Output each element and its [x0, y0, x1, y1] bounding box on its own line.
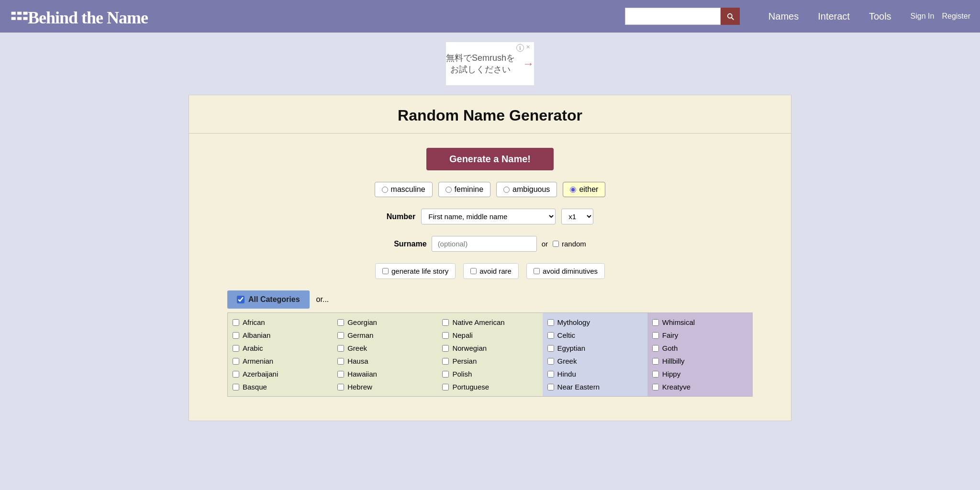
gender-masculine-label: masculine: [391, 185, 425, 194]
cat-near-eastern[interactable]: Near Eastern: [547, 380, 643, 393]
avoid-rare-label: avoid rare: [479, 267, 512, 275]
cat-german[interactable]: German: [337, 329, 433, 342]
avoid-rare-option[interactable]: avoid rare: [463, 263, 519, 279]
life-story-option[interactable]: generate life story: [375, 263, 456, 279]
cat-portuguese[interactable]: Portuguese: [442, 380, 537, 393]
or-text: or...: [316, 295, 329, 304]
gender-feminine[interactable]: feminine: [438, 182, 490, 197]
avoid-diminutives-checkbox[interactable]: [534, 268, 540, 274]
cat-norwegian[interactable]: Norwegian: [442, 342, 537, 355]
page-title: Random Name Generator: [189, 107, 791, 124]
cat-hebrew[interactable]: Hebrew: [337, 380, 433, 393]
cat-polish[interactable]: Polish: [442, 368, 537, 380]
avoid-diminutives-label: avoid diminutives: [543, 267, 598, 275]
generator-form: Generate a Name! masculine feminine ambi…: [189, 134, 791, 411]
surname-or-text: or: [542, 240, 548, 248]
gender-either-label: either: [579, 185, 598, 194]
name-format-select[interactable]: First name, middle name First name only …: [421, 209, 556, 224]
cat-albanian[interactable]: Albanian: [233, 329, 328, 342]
site-header: 𝌅Behind the Name Names Interact Tools Si…: [0, 0, 980, 33]
cat-goth[interactable]: Goth: [652, 342, 747, 355]
cat-greek-myth[interactable]: Greek: [547, 355, 643, 368]
gender-feminine-label: feminine: [455, 185, 483, 194]
categories-section: All Categories or... African Albanian Ar…: [208, 290, 772, 397]
generate-button[interactable]: Generate a Name!: [426, 148, 554, 170]
gender-either-radio[interactable]: [570, 187, 576, 193]
categories-grid: African Albanian Arabic Armenian Azerbai…: [227, 312, 753, 397]
cat-whimsical[interactable]: Whimsical: [652, 316, 747, 329]
search-button[interactable]: [721, 8, 740, 25]
all-categories-label: All Categories: [248, 295, 300, 304]
page-title-bar: Random Name Generator: [189, 95, 791, 134]
cat-fairy[interactable]: Fairy: [652, 329, 747, 342]
cat-native-american[interactable]: Native American: [442, 316, 537, 329]
gender-masculine[interactable]: masculine: [375, 182, 433, 197]
ad-text-line2: お試しください: [446, 64, 515, 75]
main-nav: Names Interact Tools: [768, 11, 891, 22]
ad-arrow-icon: →: [523, 57, 534, 70]
nav-tools[interactable]: Tools: [869, 11, 891, 22]
life-story-label: generate life story: [391, 267, 448, 275]
cat-mythology[interactable]: Mythology: [547, 316, 643, 329]
cat-azerbaijani[interactable]: Azerbaijani: [233, 368, 328, 380]
count-select[interactable]: x1 x2 x3 x5 x10: [561, 209, 593, 224]
category-col-3: Native American Nepali Norwegian Persian…: [437, 313, 542, 396]
all-categories-checkbox[interactable]: [237, 296, 245, 303]
cat-egyptian[interactable]: Egyptian: [547, 342, 643, 355]
gender-ambiguous-label: ambiguous: [512, 185, 550, 194]
surname-label: Surname: [394, 240, 426, 248]
cat-hausa[interactable]: Hausa: [337, 355, 433, 368]
number-label: Number: [387, 212, 415, 221]
gender-either[interactable]: either: [563, 182, 605, 197]
cat-hillbilly[interactable]: Hillbilly: [652, 355, 747, 368]
nav-names[interactable]: Names: [768, 11, 799, 22]
cat-kreatyve[interactable]: Kreatyve: [652, 380, 747, 393]
cat-hippy[interactable]: Hippy: [652, 368, 747, 380]
cat-arabic[interactable]: Arabic: [233, 342, 328, 355]
search-input[interactable]: [625, 8, 721, 25]
all-categories-button[interactable]: All Categories: [227, 290, 310, 309]
surname-input[interactable]: [432, 236, 537, 252]
cat-african[interactable]: African: [233, 316, 328, 329]
surname-random-option[interactable]: random: [553, 240, 586, 248]
surname-random-checkbox[interactable]: [553, 241, 559, 247]
cat-georgian[interactable]: Georgian: [337, 316, 433, 329]
all-categories-row: All Categories or...: [227, 290, 753, 309]
main-container: Random Name Generator Generate a Name! m…: [189, 95, 791, 421]
gender-masculine-radio[interactable]: [382, 187, 388, 193]
category-col-2: Georgian German Greek Hausa Hawaiian Heb…: [333, 313, 437, 396]
gender-row: masculine feminine ambiguous either: [375, 182, 606, 197]
category-col-1: African Albanian Arabic Armenian Azerbai…: [228, 313, 333, 396]
gender-feminine-radio[interactable]: [445, 187, 452, 193]
cat-basque[interactable]: Basque: [233, 380, 328, 393]
cat-celtic[interactable]: Celtic: [547, 329, 643, 342]
surname-random-label: random: [562, 240, 586, 248]
logo-text: Behind the Name: [28, 8, 148, 27]
cat-hawaiian[interactable]: Hawaiian: [337, 368, 433, 380]
cat-greek[interactable]: Greek: [337, 342, 433, 355]
number-row: Number First name, middle name First nam…: [387, 209, 593, 224]
cat-armenian[interactable]: Armenian: [233, 355, 328, 368]
ad-text-line1: 無料でSemrushを: [446, 52, 515, 64]
avoid-diminutives-option[interactable]: avoid diminutives: [526, 263, 605, 279]
cat-hindu[interactable]: Hindu: [547, 368, 643, 380]
cat-nepali[interactable]: Nepali: [442, 329, 537, 342]
options-row: generate life story avoid rare avoid dim…: [375, 263, 605, 279]
auth-links: Sign In Register: [911, 12, 970, 21]
category-col-whimsical: Whimsical Fairy Goth Hillbilly Hippy Kre…: [647, 313, 752, 396]
life-story-checkbox[interactable]: [382, 268, 389, 274]
category-col-mythology: Mythology Celtic Egyptian Greek Hindu Ne…: [543, 313, 647, 396]
ad-banner: 無料でSemrushを お試しください → ℹ ✕: [446, 42, 534, 85]
surname-row: Surname or random: [394, 236, 586, 252]
sign-in-link[interactable]: Sign In: [911, 12, 935, 21]
gender-ambiguous-radio[interactable]: [503, 187, 510, 193]
ad-close-icon[interactable]: ✕: [526, 44, 530, 52]
search-bar: [625, 8, 740, 25]
cat-persian[interactable]: Persian: [442, 355, 537, 368]
register-link[interactable]: Register: [942, 12, 970, 21]
site-logo[interactable]: 𝌅Behind the Name: [10, 4, 148, 29]
nav-interact[interactable]: Interact: [818, 11, 850, 22]
ad-info-icon[interactable]: ℹ: [516, 44, 524, 52]
avoid-rare-checkbox[interactable]: [470, 268, 477, 274]
gender-ambiguous[interactable]: ambiguous: [496, 182, 557, 197]
